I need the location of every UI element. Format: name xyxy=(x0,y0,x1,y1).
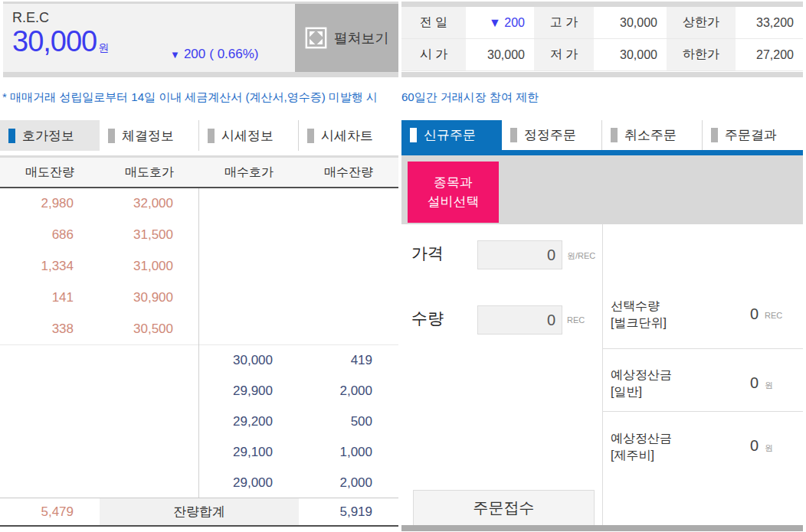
daily-summary-table: 전 일 ▼ 200 고 가 30,000 상한가 33,200 시 가 30,0… xyxy=(401,2,803,71)
expand-icon xyxy=(305,27,327,49)
bid-row[interactable]: 29,200 500 xyxy=(0,406,398,437)
qty-input-unit: REC xyxy=(567,315,585,325)
summary-value-low: 30,000 xyxy=(594,39,667,71)
ask-price: 30,500 xyxy=(100,321,199,337)
tab-marker-icon xyxy=(307,129,314,143)
ask-price: 31,000 xyxy=(100,259,199,274)
bid-qty: 2,000 xyxy=(299,475,398,491)
current-price: 30,000 원 xyxy=(12,25,109,58)
summary-label: 전 일 xyxy=(401,7,466,39)
bid-qty: 419 xyxy=(299,353,398,368)
tab-market-info[interactable]: 시세정보 xyxy=(199,120,299,151)
summary-value-upper-limit: 33,200 xyxy=(736,7,803,39)
selected-qty-unit: REC xyxy=(765,311,782,320)
orderbook-total-row: 5,479 잔량합계 5,919 xyxy=(0,498,398,527)
bid-price: 30,000 xyxy=(199,353,299,368)
ask-qty: 141 xyxy=(0,290,100,305)
expand-button[interactable]: 펼쳐보기 xyxy=(295,4,398,72)
est-settlement-general-unit: 원 xyxy=(765,380,773,391)
tab-marker-icon xyxy=(611,128,618,142)
ask-row[interactable]: 338 30,500 xyxy=(0,313,398,344)
bid-qty: 500 xyxy=(299,414,398,429)
tab-label: 취소주문 xyxy=(624,126,677,144)
submit-order-button[interactable]: 주문접수 xyxy=(413,490,595,526)
tab-trade-info[interactable]: 체결정보 xyxy=(100,120,199,151)
tax-notice: * 매매거래 성립일로부터 14일 이내 세금계산서 (계산서,영수증) 미발행… xyxy=(2,90,378,105)
bid-row[interactable]: 29,100 1,000 xyxy=(0,437,398,468)
selected-qty-value: 0 xyxy=(719,305,758,323)
ask-row[interactable]: 141 30,900 xyxy=(0,282,398,313)
summary-label: 하한가 xyxy=(667,39,736,71)
tab-label: 시세차트 xyxy=(321,127,373,145)
tab-hoga-info[interactable]: 호가정보 xyxy=(0,120,100,151)
expand-button-label: 펼쳐보기 xyxy=(334,29,389,47)
tab-marker-icon xyxy=(108,129,115,143)
summary-label: 저 가 xyxy=(534,39,594,71)
tab-label: 체결정보 xyxy=(122,127,174,145)
horizontal-scrollbar[interactable] xyxy=(401,525,803,531)
ask-qty: 686 xyxy=(0,227,100,243)
est-settlement-jeju-value: 0 xyxy=(719,437,758,455)
bid-row[interactable]: 30,000 419 xyxy=(0,345,398,376)
qty-label: 수량 xyxy=(411,308,444,329)
ask-row[interactable]: 1,334 31,000 xyxy=(0,251,398,282)
col-header-bid-qty: 매수잔량 xyxy=(299,165,398,181)
price-value: 30,000 xyxy=(12,25,97,58)
down-arrow-icon: ▼ xyxy=(170,49,180,60)
summary-label: 시 가 xyxy=(401,39,466,71)
price-input-unit: 원/REC xyxy=(567,250,595,262)
price-unit: 원 xyxy=(98,41,109,55)
info-divider xyxy=(603,411,803,412)
est-settlement-general-label: 예상정산금 [일반] xyxy=(611,367,672,400)
ask-qty: 1,334 xyxy=(0,259,100,274)
info-divider xyxy=(603,348,803,349)
tab-modify-order[interactable]: 정정주문 xyxy=(502,120,602,150)
tab-marker-icon xyxy=(208,129,215,143)
bid-row[interactable]: 29,000 2,000 xyxy=(0,468,398,498)
col-header-bid-price: 매수호가 xyxy=(199,165,299,181)
col-header-ask-price: 매도호가 xyxy=(100,165,199,181)
price-input[interactable]: 0 xyxy=(477,240,562,269)
active-tab-strip xyxy=(401,150,803,155)
ask-row[interactable]: 2,980 32,000 xyxy=(0,188,398,220)
orderbook-tabs: 호가정보 체결정보 시세정보 시세차트 xyxy=(0,120,398,151)
change-value: 200 xyxy=(184,47,205,62)
bid-row[interactable]: 29,900 2,000 xyxy=(0,376,398,406)
bid-price: 29,200 xyxy=(199,414,299,429)
tab-new-order[interactable]: 신규주문 xyxy=(401,120,502,150)
total-ask-qty: 5,479 xyxy=(0,498,100,525)
bid-price: 29,100 xyxy=(199,445,299,460)
tab-label: 주문결과 xyxy=(725,126,777,144)
ask-rows: 2,980 32,000 686 31,500 1,334 31,000 141… xyxy=(0,188,398,344)
price-label: 가격 xyxy=(411,243,444,264)
restriction-notice: 60일간 거래시장 참여 제한 xyxy=(401,90,539,105)
divider-strip xyxy=(401,72,803,77)
select-button-line1: 종목과 xyxy=(434,175,473,190)
orderbook-header: 매도잔량 매도호가 매수호가 매수잔량 xyxy=(0,158,398,188)
summary-value-high: 30,000 xyxy=(594,7,667,39)
selected-qty-label: 선택수량 [벌크단위] xyxy=(611,298,667,331)
ask-row[interactable]: 686 31,500 xyxy=(0,220,398,251)
qty-input[interactable]: 0 xyxy=(477,305,562,335)
tab-order-result[interactable]: 주문결과 xyxy=(703,120,803,150)
tab-label: 정정주문 xyxy=(524,126,576,144)
tab-label: 시세정보 xyxy=(221,127,274,145)
orderbook-center-divider xyxy=(198,188,199,498)
tab-label: 신규주문 xyxy=(424,126,476,144)
bid-price: 29,900 xyxy=(199,383,299,399)
ask-price: 31,500 xyxy=(100,227,199,243)
tab-marker-icon xyxy=(711,128,718,142)
select-item-facility-button[interactable]: 종목과 설비선택 xyxy=(408,162,499,223)
ask-price: 32,000 xyxy=(100,196,199,211)
bid-price: 29,000 xyxy=(199,475,299,491)
tab-marker-icon xyxy=(410,128,417,142)
tab-market-chart[interactable]: 시세차트 xyxy=(299,120,398,151)
price-change: ▼ 200 ( 0.66%) xyxy=(170,47,259,62)
est-settlement-jeju-label: 예상정산금 [제주비] xyxy=(611,430,672,463)
tab-cancel-order[interactable]: 취소주문 xyxy=(602,120,703,150)
est-settlement-general-value: 0 xyxy=(719,374,758,392)
summary-label: 고 가 xyxy=(534,7,594,39)
order-tabs: 신규주문 정정주문 취소주문 주문결과 xyxy=(401,120,803,150)
summary-value-prev-change: ▼ 200 xyxy=(466,7,534,39)
summary-value-lower-limit: 27,200 xyxy=(736,39,803,71)
